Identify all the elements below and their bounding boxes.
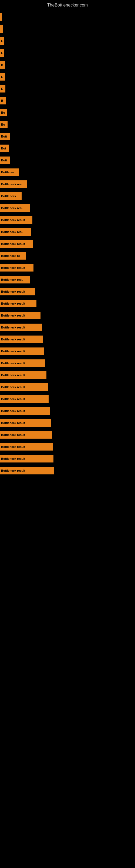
bar-item: Bottlenec xyxy=(0,168,19,176)
bar-label: Bottleneck result xyxy=(1,350,25,353)
bar-item: Bottleneck result xyxy=(0,264,34,272)
bar-row: Bottleneck result xyxy=(0,382,135,393)
bar-row: Bottleneck result xyxy=(0,298,135,309)
bar-label: Bottleneck result xyxy=(1,421,25,425)
bar-item: Bottleneck result xyxy=(0,336,43,343)
bar-item: Bottleneck result xyxy=(0,431,52,439)
bar-row: Bottleneck result xyxy=(0,215,135,225)
bar-label: Bo xyxy=(1,123,5,126)
bar-label: Bottleneck result xyxy=(1,373,25,377)
bar-item: Bottleneck result xyxy=(0,323,42,331)
bar-label: Bo xyxy=(1,111,5,114)
bar-label: Bottleneck result xyxy=(1,218,25,222)
bar-item: Bottleneck resu xyxy=(0,228,31,236)
bar-row xyxy=(0,12,135,23)
bar-label: B xyxy=(1,99,3,102)
bar-item: B xyxy=(0,61,5,69)
bar-item: Bottleneck xyxy=(0,192,21,200)
bar-item: Bottleneck result xyxy=(0,455,53,463)
bar-row: Bottleneck result xyxy=(0,310,135,321)
bar-label: Bottleneck resu xyxy=(1,230,24,234)
bar-row: Bott xyxy=(0,155,135,166)
bar-row: Bottleneck result xyxy=(0,394,135,404)
bar-label: Bot xyxy=(1,147,6,150)
bar-row: Bottleneck resu xyxy=(0,226,135,237)
bar-row: Bottleneck resu xyxy=(0,274,135,285)
bar-row: Bottleneck result xyxy=(0,465,135,476)
bar-label: Bottleneck re xyxy=(1,254,20,257)
bar-item: Bottleneck res xyxy=(0,180,27,188)
bar-row: Bot xyxy=(0,143,135,154)
bar-row: Bottlenec xyxy=(0,167,135,178)
bar-label: E xyxy=(1,51,3,55)
bar-item: Bottleneck result xyxy=(0,312,41,319)
bar-row: Bottleneck xyxy=(0,191,135,202)
bar-item xyxy=(0,13,2,21)
bar-row: Bo xyxy=(0,107,135,118)
bar-row: Bottleneck result xyxy=(0,429,135,440)
bar-label: Bottleneck result xyxy=(1,290,25,293)
bar-row: Bottleneck result xyxy=(0,346,135,357)
bar-label: Bottleneck res xyxy=(1,183,21,186)
bar-label: Bottleneck result xyxy=(1,326,25,329)
bar-row: Bottleneck result xyxy=(0,441,135,452)
bar-item: Bot xyxy=(0,145,9,152)
bar-label: Bottleneck result xyxy=(1,397,25,401)
bar-item: E xyxy=(0,73,5,81)
bar-row: Bottleneck result xyxy=(0,453,135,464)
bar-row: Bottleneck result xyxy=(0,358,135,369)
bar-item: Bott xyxy=(0,133,10,140)
bar-label: Bottleneck result xyxy=(1,385,25,389)
bar-row: Bottleneck result xyxy=(0,286,135,297)
bar-item: Bo xyxy=(0,109,7,116)
bar-item: Bottleneck result xyxy=(0,383,48,391)
bar-row: Bottleneck result xyxy=(0,239,135,249)
bar-item: Bottleneck re xyxy=(0,252,26,259)
bar-label: E xyxy=(1,39,3,42)
bar-item: Bottleneck result xyxy=(0,407,50,415)
bars-container: EEBEEBBoBoBottBotBottBottlenecBottleneck… xyxy=(0,9,135,480)
bar-item: Bottleneck resu xyxy=(0,204,30,212)
bar-label: Bottleneck xyxy=(1,194,16,198)
bar-item: Bottleneck result xyxy=(0,216,32,224)
bar-item: Bottleneck result xyxy=(0,443,53,451)
bar-item: Bottleneck result xyxy=(0,360,45,367)
bar-label: E xyxy=(1,87,3,90)
bar-item: E xyxy=(0,85,5,93)
bar-item: Bo xyxy=(0,121,8,128)
bar-row: B xyxy=(0,95,135,106)
bar-item: Bottleneck result xyxy=(0,467,54,474)
bar-row: Bottleneck result xyxy=(0,322,135,333)
site-title: TheBottlenecker.com xyxy=(0,0,135,9)
bar-item: Bottleneck result xyxy=(0,419,51,427)
bar-row: Bo xyxy=(0,119,135,130)
bar-label: Bottleneck result xyxy=(1,445,25,448)
bar-row: Bottleneck result xyxy=(0,334,135,345)
bar-label: Bottleneck resu xyxy=(1,207,24,210)
bar-row: E xyxy=(0,35,135,46)
bar-item xyxy=(0,25,3,33)
bar-label: Bottlenec xyxy=(1,170,14,174)
bar-label: Bottleneck result xyxy=(1,242,25,246)
bar-row: Bottleneck result xyxy=(0,405,135,416)
bar-item: E xyxy=(0,49,4,57)
bar-label: Bottleneck result xyxy=(1,338,25,341)
bar-item: Bottleneck result xyxy=(0,371,46,379)
bar-item: Bottleneck result xyxy=(0,395,49,403)
bar-row: E xyxy=(0,71,135,82)
bar-row: E xyxy=(0,83,135,94)
bar-item: Bottleneck resu xyxy=(0,276,30,283)
bar-item: Bottleneck result xyxy=(0,347,44,355)
bar-label: Bott xyxy=(1,159,7,162)
bar-row: Bott xyxy=(0,131,135,142)
bar-row: Bottleneck result xyxy=(0,262,135,273)
bar-label: Bottleneck result xyxy=(1,409,25,412)
bar-row: Bottleneck re xyxy=(0,250,135,261)
bar-row: Bottleneck res xyxy=(0,179,135,190)
bar-item: B xyxy=(0,97,6,104)
bar-label: Bottleneck result xyxy=(1,302,25,305)
bar-label: Bottleneck result xyxy=(1,266,25,269)
bar-label: Bottleneck result xyxy=(1,469,25,472)
bar-item: Bottleneck result xyxy=(0,240,33,248)
bar-item: E xyxy=(0,37,4,45)
